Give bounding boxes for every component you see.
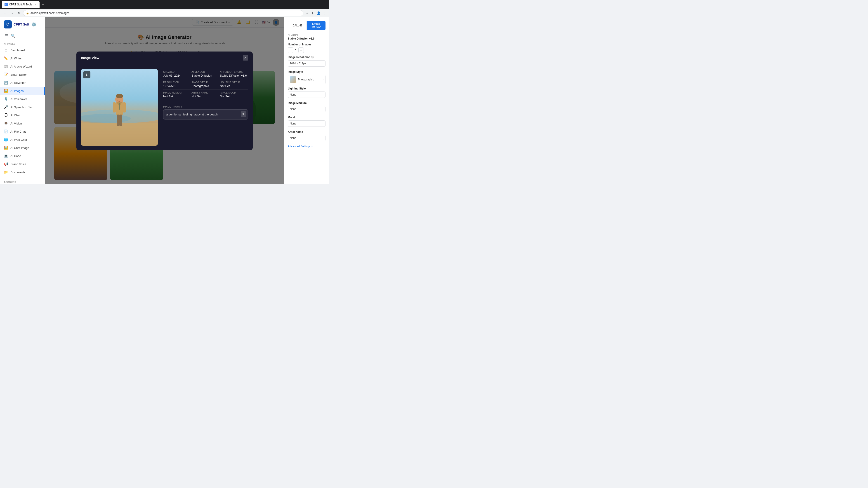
increase-images-button[interactable]: + — [298, 47, 304, 53]
medium-label: IMAGE MEDIUM — [163, 92, 191, 94]
sidebar-icon-ai-writer: ✏️ — [4, 56, 8, 60]
download-toolbar-button[interactable]: ⬇ — [310, 10, 315, 16]
sidebar-divider — [0, 177, 45, 177]
sidebar-section-ai-panel: AI PANEL — [0, 40, 45, 46]
engine-info-label: AI Engine: — [288, 33, 326, 36]
sidebar-item-ai-rewriter[interactable]: 🔄 AI ReWriter — [0, 78, 45, 87]
svg-rect-20 — [113, 102, 116, 112]
artist-label: Artist Name — [288, 130, 303, 133]
decrease-images-button[interactable]: − — [288, 47, 293, 53]
sidebar-item-ai-chat-image[interactable]: 🖼️ AI Chat Image — [0, 144, 45, 152]
num-images-value: 1 — [295, 48, 297, 52]
lighting-cell: LIGHTING STYLE Not Set — [220, 79, 248, 90]
hamburger-menu-button[interactable]: ☰ — [4, 33, 8, 38]
sidebar-item-ai-voiceover[interactable]: 🎙️ AI Voiceover › — [0, 95, 45, 103]
download-image-button[interactable]: ⬇ — [83, 71, 90, 78]
modal-overlay[interactable]: Image View ✕ — [45, 17, 284, 184]
svg-rect-18 — [117, 115, 119, 126]
copy-prompt-button[interactable]: ⧉ — [241, 111, 246, 117]
mood-select[interactable]: None — [288, 121, 326, 127]
sidebar-item-ai-file-chat[interactable]: 📄 AI File Chat — [0, 127, 45, 135]
style-cell: IMAGE STYLE Photographic — [191, 79, 220, 90]
created-cell: CREATED July 03, 2024 — [163, 69, 191, 79]
advanced-settings-link[interactable]: Advanced Settings + — [288, 145, 326, 148]
back-button[interactable]: ← — [2, 10, 8, 16]
resolution-value: 1024x512 — [163, 84, 191, 88]
svg-point-16 — [116, 94, 123, 98]
artist-select[interactable]: None — [288, 135, 326, 141]
created-label: CREATED — [163, 71, 191, 73]
tab-close-button[interactable]: ✕ — [35, 3, 37, 6]
sidebar-label-ai-web-chat: AI Web Chat — [10, 138, 27, 141]
sidebar-icon-brand-voice: 📢 — [4, 162, 8, 166]
medium-select[interactable]: None — [288, 106, 326, 112]
engine-info-value: Stable Diffusion v1.6 — [288, 37, 326, 40]
medium-title: Image Medium — [288, 101, 326, 105]
image-view-modal: Image View ✕ — [76, 52, 253, 150]
lighting-select[interactable]: None — [288, 92, 326, 98]
style-chevron-icon: › — [323, 78, 323, 81]
forward-button[interactable]: → — [9, 10, 15, 16]
image-style-label: Image Style — [288, 70, 303, 73]
toolbar-icons: ☆ ⬇ 👤 ⋮ — [305, 10, 327, 16]
app-header: ☰ 🔍 — [0, 32, 45, 40]
number-control: − 1 + — [288, 47, 326, 53]
sidebar-item-ai-images[interactable]: 🖼️ AI Images — [0, 87, 45, 95]
refresh-button[interactable]: ↻ — [16, 10, 22, 16]
sidebar-label-ai-voiceover: AI Voiceover — [10, 97, 27, 101]
modal-header: Image View ✕ — [76, 52, 253, 64]
svg-rect-21 — [123, 102, 126, 112]
engine-label: AI VENDOR ENGINE — [220, 71, 248, 73]
sidebar-label-ai-writer: AI Writer — [10, 57, 22, 60]
address-bar[interactable]: 🔒 aitools.cprtsoft.com/user/images — [23, 10, 303, 16]
sidebar-icon-ai-chat: 💬 — [4, 113, 8, 117]
sidebar-label-ai-speech-to-text: AI Speech to Text — [10, 105, 33, 109]
sidebar-label-ai-rewriter: AI ReWriter — [10, 81, 26, 85]
new-tab-button[interactable]: + — [42, 2, 44, 7]
prompt-section: IMAGE PROMPT a gentleman feeling happy a… — [163, 105, 248, 120]
sidebar-item-ai-code[interactable]: 💻 AI Code — [0, 152, 45, 160]
profile-toolbar-button[interactable]: 👤 — [316, 10, 321, 16]
engine-info-value-text: Stable Diffusion v1.6 — [288, 37, 314, 40]
sidebar-item-ai-article-wizard[interactable]: 📰 AI Article Wizard — [0, 62, 45, 70]
sidebar-item-ai-chat[interactable]: 💬 AI Chat — [0, 111, 45, 119]
resolution-info-icon: ⓘ — [311, 56, 313, 59]
sidebar-icon-ai-images: 🖼️ — [4, 89, 8, 93]
more-options-button[interactable]: ⋮ — [322, 10, 327, 16]
sidebar-item-documents[interactable]: 📁 Documents › — [0, 168, 45, 176]
svg-rect-19 — [119, 115, 122, 126]
dalle-engine-button[interactable]: DALL-E — [288, 21, 307, 30]
sidebar-item-ai-vision[interactable]: 👁️ AI Vision — [0, 119, 45, 127]
resolution-title: Image Resolution ⓘ — [288, 56, 326, 59]
sidebar-label-smart-editor: Smart Editor — [10, 73, 27, 76]
sidebar-item-ai-writer[interactable]: ✏️ AI Writer — [0, 54, 45, 62]
app-container: C CPRT Soft ⚙️ ☰ 🔍 AI PANEL ⊞ Dashboard … — [0, 17, 329, 184]
modal-close-button[interactable]: ✕ — [243, 55, 248, 61]
lighting-label: Lighting Style — [288, 87, 306, 90]
sidebar-icon-ai-speech-to-text: 🎤 — [4, 105, 8, 109]
sidebar-item-brand-voice[interactable]: 📢 Brand Voice — [0, 160, 45, 168]
sidebar-item-smart-editor[interactable]: 📝 Smart Editor — [0, 70, 45, 78]
lock-icon: 🔒 — [26, 11, 29, 14]
num-images-title: Number of Images — [288, 43, 326, 46]
bookmark-button[interactable]: ☆ — [305, 10, 309, 16]
header-search-button[interactable]: 🔍 — [11, 34, 16, 38]
browser-tab[interactable]: C CPRT Soft AI Tools ✕ — [2, 1, 39, 8]
sidebar-icon-ai-voiceover: 🎙️ — [4, 97, 8, 101]
sidebar: C CPRT Soft ⚙️ ☰ 🔍 AI PANEL ⊞ Dashboard … — [0, 17, 45, 184]
sidebar-label-documents: Documents — [10, 170, 25, 174]
sidebar-chevron-documents: › — [41, 171, 41, 173]
sidebar-item-dashboard[interactable]: ⊞ Dashboard — [0, 46, 45, 54]
engine-value: Stable Diffusion v1.6 — [220, 74, 248, 77]
sidebar-icon-ai-code: 💻 — [4, 154, 8, 158]
num-images-label: Number of Images — [288, 43, 311, 46]
resolution-select[interactable]: 1024 x 512px — [288, 60, 326, 67]
mood-cell: IMAGE MOOD Not Set — [220, 90, 248, 100]
sidebar-item-ai-web-chat[interactable]: 🌐 AI Web Chat — [0, 135, 45, 144]
artist-value: Not Set — [191, 95, 220, 98]
sidebar-item-ai-speech-to-text[interactable]: 🎤 AI Speech to Text — [0, 103, 45, 111]
logo-text: CPRT Soft — [13, 23, 29, 26]
image-style-selector[interactable]: Photographic › — [288, 75, 326, 84]
stable-diffusion-engine-button[interactable]: Stable Diffusion — [307, 21, 326, 30]
tab-title: CPRT Soft AI Tools — [9, 3, 32, 6]
